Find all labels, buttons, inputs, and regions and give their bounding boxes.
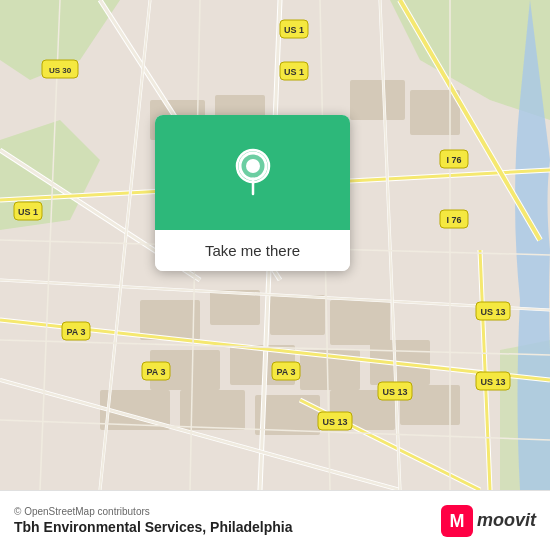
- svg-text:US 1: US 1: [284, 25, 304, 35]
- svg-rect-21: [350, 80, 405, 120]
- svg-text:US 13: US 13: [480, 377, 505, 387]
- svg-text:PA 3: PA 3: [66, 327, 85, 337]
- moovit-text: moovit: [477, 510, 536, 531]
- svg-text:I 76: I 76: [446, 155, 461, 165]
- moovit-brand-icon: M: [441, 505, 473, 537]
- svg-text:I 76: I 76: [446, 215, 461, 225]
- svg-rect-15: [180, 390, 245, 430]
- svg-text:PA 3: PA 3: [146, 367, 165, 377]
- svg-text:US 1: US 1: [18, 207, 38, 217]
- svg-point-84: [248, 161, 258, 171]
- bottom-left: © OpenStreetMap contributors Tbh Environ…: [14, 506, 293, 535]
- svg-text:US 13: US 13: [480, 307, 505, 317]
- take-me-there-button[interactable]: Take me there: [155, 230, 350, 271]
- popup-green-area: [155, 115, 350, 230]
- location-name: Tbh Environmental Services, Philadelphia: [14, 519, 293, 535]
- svg-rect-22: [410, 90, 460, 135]
- popup-card: Take me there: [155, 115, 350, 271]
- osm-credit: © OpenStreetMap contributors: [14, 506, 293, 517]
- map-container: US 30 US 1 US 1 US 1 I 76 I 76 US 13 US …: [0, 0, 550, 490]
- svg-text:US 13: US 13: [322, 417, 347, 427]
- svg-text:M: M: [449, 511, 464, 531]
- svg-text:PA 3: PA 3: [276, 367, 295, 377]
- svg-text:US 30: US 30: [49, 66, 72, 75]
- map-pin-icon: [233, 148, 273, 198]
- moovit-logo: M moovit: [441, 505, 536, 537]
- svg-text:US 13: US 13: [382, 387, 407, 397]
- svg-rect-8: [270, 295, 325, 335]
- svg-text:US 1: US 1: [284, 67, 304, 77]
- bottom-bar: © OpenStreetMap contributors Tbh Environ…: [0, 490, 550, 550]
- svg-rect-9: [330, 300, 390, 345]
